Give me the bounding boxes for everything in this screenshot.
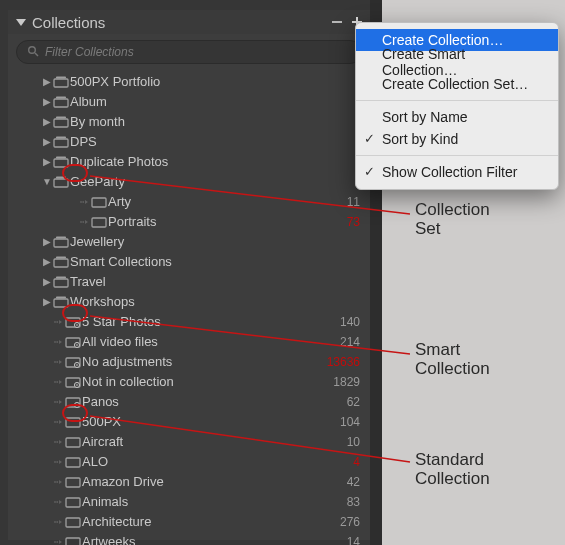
tree-row[interactable]: ▶Duplicate Photos [8, 152, 370, 172]
tree-row[interactable]: No adjustments13636 [8, 352, 370, 372]
dotted-arrow-icon [52, 417, 64, 427]
tree-row[interactable]: ▶Travel [8, 272, 370, 292]
tree-row-count: 214 [320, 332, 360, 352]
tree-row-count: 73 [320, 212, 360, 232]
svg-rect-75 [66, 458, 80, 467]
tree-row-count: 140 [320, 312, 360, 332]
menu-item[interactable]: ✓Show Collection Filter [356, 161, 558, 183]
tree-row-label: By month [70, 112, 320, 132]
context-menu: Create Collection…Create Smart Collectio… [355, 22, 559, 190]
tree-row[interactable]: ▶DPS [8, 132, 370, 152]
dotted-arrow-icon [52, 337, 64, 347]
smart-collection-icon [64, 336, 82, 348]
filter-input[interactable] [45, 45, 351, 59]
filter-input-wrap[interactable] [16, 40, 362, 64]
collections-panel: Collections ▶500PX Portfolio▶Album▶By mo… [8, 10, 370, 540]
chevron-right-icon[interactable]: ▶ [42, 292, 52, 312]
svg-line-5 [35, 53, 38, 56]
tree-row-count: 11 [320, 192, 360, 212]
tree-row-label: Album [70, 92, 320, 112]
tree-row[interactable]: ▶By month [8, 112, 370, 132]
tree-row[interactable]: ▶Workshops [8, 292, 370, 312]
tree-row-label: 5 Star Photos [82, 312, 320, 332]
svg-point-69 [56, 441, 58, 443]
tree-row[interactable]: Portraits73 [8, 212, 370, 232]
collection-set-icon [52, 256, 70, 268]
tree-row[interactable]: Arty11 [8, 192, 370, 212]
chevron-right-icon[interactable]: ▶ [42, 92, 52, 112]
collections-tree: ▶500PX Portfolio▶Album▶By month▶DPS▶Dupl… [8, 70, 370, 545]
svg-rect-83 [66, 498, 80, 507]
collection-icon [90, 196, 108, 208]
tree-row[interactable]: Artweeks14 [8, 532, 370, 545]
tree-row-label: Amazon Drive [82, 472, 320, 492]
svg-marker-24 [85, 220, 88, 224]
menu-item[interactable]: ✓Sort by Kind [356, 128, 558, 150]
svg-point-41 [56, 341, 58, 343]
chevron-right-icon[interactable]: ▶ [42, 132, 52, 152]
svg-rect-13 [56, 137, 66, 139]
collection-set-icon [52, 136, 70, 148]
menu-item[interactable]: Create Collection Set… [356, 73, 558, 95]
tree-row-count: 276 [320, 512, 360, 532]
svg-rect-79 [66, 478, 80, 487]
tree-row[interactable]: ▶Smart Collections [8, 252, 370, 272]
svg-marker-60 [59, 400, 62, 404]
svg-point-47 [56, 361, 58, 363]
tree-row-label: All video files [82, 332, 320, 352]
svg-rect-15 [56, 157, 66, 159]
tree-row[interactable]: Animals83 [8, 492, 370, 512]
tree-row[interactable]: All video files214 [8, 332, 370, 352]
tree-row[interactable]: 500PX104 [8, 412, 370, 432]
chevron-right-icon[interactable]: ▶ [42, 252, 52, 272]
chevron-down-icon[interactable]: ▼ [42, 172, 52, 192]
chevron-right-icon[interactable]: ▶ [42, 152, 52, 172]
svg-marker-0 [16, 19, 26, 26]
chevron-right-icon[interactable]: ▶ [42, 232, 52, 252]
svg-rect-17 [56, 177, 66, 179]
tree-row[interactable]: 5 Star Photos140 [8, 312, 370, 332]
tree-row[interactable]: ▼GeeParty [8, 172, 370, 192]
svg-marker-36 [59, 320, 62, 324]
tree-row[interactable]: Amazon Drive42 [8, 472, 370, 492]
panel-disclosure-icon[interactable] [14, 17, 28, 27]
svg-point-35 [56, 321, 58, 323]
svg-point-64 [54, 421, 56, 423]
svg-point-57 [76, 384, 78, 386]
tree-row[interactable]: Aircraft10 [8, 432, 370, 452]
svg-point-53 [56, 381, 58, 383]
tree-row[interactable]: Architecture276 [8, 512, 370, 532]
check-icon: ✓ [364, 131, 375, 146]
svg-marker-48 [59, 360, 62, 364]
tree-row[interactable]: Not in collection1829 [8, 372, 370, 392]
menu-item[interactable]: Sort by Name [356, 106, 558, 128]
svg-point-51 [76, 364, 78, 366]
dotted-arrow-icon [52, 497, 64, 507]
chevron-right-icon[interactable]: ▶ [42, 112, 52, 132]
menu-item[interactable]: Create Smart Collection… [356, 51, 558, 73]
svg-point-72 [54, 461, 56, 463]
tree-row[interactable]: ▶Album [8, 92, 370, 112]
svg-rect-7 [56, 77, 66, 79]
tree-row[interactable]: ▶500PX Portfolio [8, 72, 370, 92]
minimize-icon[interactable] [330, 15, 344, 29]
dotted-arrow-icon [52, 517, 64, 527]
tree-row-label: 500PX [82, 412, 320, 432]
tree-row-label: Not in collection [82, 372, 320, 392]
tree-row[interactable]: ▶Jewellery [8, 232, 370, 252]
svg-point-77 [56, 481, 58, 483]
dotted-arrow-icon [52, 437, 64, 447]
svg-point-88 [54, 541, 56, 543]
tree-row-count: 104 [320, 412, 360, 432]
svg-point-19 [82, 201, 84, 203]
svg-point-59 [56, 401, 58, 403]
filter-bar [8, 34, 370, 70]
tree-row[interactable]: Panos62 [8, 392, 370, 412]
svg-point-84 [54, 521, 56, 523]
tree-row-label: 500PX Portfolio [70, 72, 320, 92]
collection-icon [64, 516, 82, 528]
chevron-right-icon[interactable]: ▶ [42, 72, 52, 92]
collection-icon [64, 456, 82, 468]
chevron-right-icon[interactable]: ▶ [42, 272, 52, 292]
tree-row[interactable]: ALO4 [8, 452, 370, 472]
